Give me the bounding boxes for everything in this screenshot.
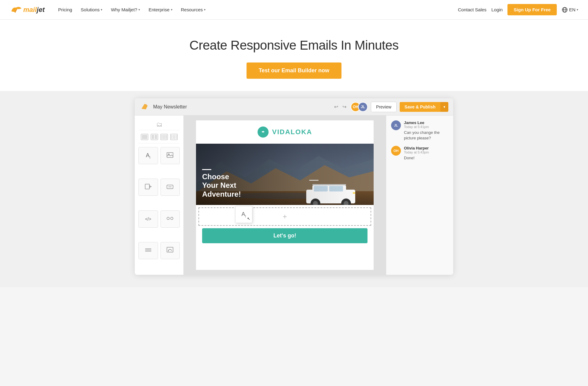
nav-solutions[interactable]: Solutions ▾ [77,5,106,15]
publish-button-group: Save & Publish ▾ [400,102,448,112]
svg-rect-5 [167,153,173,157]
signup-button[interactable]: Sign Up For Free [507,4,557,15]
divider-tool-icon [145,247,152,254]
svg-marker-8 [149,186,151,187]
svg-marker-3 [141,104,148,109]
navbar: mailjet Pricing Solutions ▾ Why Mailjet?… [0,0,588,20]
svg-point-17 [168,251,169,252]
builder-toolbar: May Newsletter ↩ ↪ OH JL Preview Save & … [135,98,453,115]
avatar-group: OH JL [351,102,368,112]
hero-cta-button[interactable]: Test our Email Builder now [247,62,342,79]
hero-title: Create Responsive Emails In Minutes [6,38,582,53]
email-hero-image: Choose Your Next Adventure! [196,144,374,205]
comment-panel: JL James Lee Today at 5:41pm Can you cha… [386,115,453,275]
comment-author-oh: Olivia Harper [404,146,429,150]
email-preview: VIDALOKA [196,120,374,270]
builder-section: May Newsletter ↩ ↪ OH JL Preview Save & … [0,91,588,287]
drag-text-icon: AI [242,211,246,218]
publish-dropdown-button[interactable]: ▾ [440,102,448,112]
lang-label: EN [569,7,575,12]
comment-content-jl: James Lee Today at 5:41pm Can you change… [404,120,448,141]
toolbar-title: May Newsletter [153,104,329,110]
comment-text-jl: Can you change the picture please? [404,130,448,141]
tool-social[interactable] [160,210,180,228]
enterprise-dropdown-arrow: ▾ [171,8,172,11]
html-tool-icon: </> [145,217,151,221]
comment-content-oh: Olivia Harper Today at 5:43pm Done! [404,146,429,161]
comment-text-oh: Done! [404,155,429,161]
redo-button[interactable]: ↪ [341,103,348,111]
publish-button[interactable]: Save & Publish [400,102,440,112]
tool-image[interactable] [160,147,180,164]
email-cta-button[interactable]: Let's go! [202,228,368,243]
email-text-placeholder[interactable]: + [198,207,371,226]
tool-divider[interactable] [138,242,158,259]
avatar-jl: JL [358,102,368,112]
undo-button[interactable]: ↩ [333,103,339,111]
logo[interactable]: mailjet [10,5,45,14]
solutions-dropdown-arrow: ▾ [101,8,102,11]
svg-rect-16 [167,247,173,252]
navbar-right: Contact Sales Login Sign Up For Free EN … [458,4,578,15]
tool-html[interactable]: </> [138,210,158,228]
tool-video[interactable] [138,179,158,196]
svg-point-12 [171,217,173,220]
sidebar-layout-row [138,134,180,143]
tool-button[interactable] [160,179,180,196]
email-brand-header: VIDALOKA [196,120,374,144]
builder-canvas: VIDALOKA [184,115,386,275]
nav-links: Pricing Solutions ▾ Why Mailjet? ▾ Enter… [55,5,458,15]
comment-avatar-oh: OH [391,146,401,156]
logo-text: mailjet [23,6,45,14]
tool-rss[interactable] [160,242,180,259]
brand-name: VIDALOKA [272,128,312,136]
login-link[interactable]: Login [492,7,503,12]
nav-why-mailjet[interactable]: Why Mailjet? ▾ [107,5,144,15]
hero-section: Create Responsive Emails In Minutes Test… [0,20,588,91]
svg-rect-7 [145,184,149,189]
image-tool-icon [167,152,173,159]
comment-time-oh: Today at 5:43pm [404,150,429,154]
button-tool-icon [167,184,173,191]
comment-author-jl: James Lee [404,120,448,125]
svg-point-11 [167,217,169,220]
preview-button[interactable]: Preview [371,102,397,112]
video-tool-icon [145,184,152,191]
layout-2col[interactable] [151,134,158,140]
nav-pricing[interactable]: Pricing [55,5,76,15]
globe-icon [562,7,568,13]
svg-point-19 [262,131,264,133]
undo-redo-group: ↩ ↪ [333,103,348,111]
comment-time-jl: Today at 5:41pm [404,125,448,129]
hero-image-text: Choose Your Next Adventure! [202,172,241,199]
layout-4col[interactable] [170,134,178,140]
vidaloka-logo-icon [258,127,269,138]
language-selector[interactable]: EN ▾ [562,7,578,13]
lang-dropdown-arrow: ▾ [577,8,578,11]
toolbar-logo [140,102,149,112]
resources-dropdown-arrow: ▾ [204,8,205,11]
sidebar-tools-grid: AI [138,147,180,271]
rss-tool-icon [167,247,173,254]
comment-avatar-jl: JL [391,120,401,130]
layout-3col[interactable] [160,134,168,140]
why-dropdown-arrow: ▾ [138,8,140,11]
builder-sidebar: 🗂 [135,115,184,275]
hero-image-line [202,169,211,170]
social-tool-icon [167,216,173,222]
folder-icon[interactable]: 🗂 [156,121,162,128]
nav-enterprise[interactable]: Enterprise ▾ [145,5,176,15]
cursor-icon: ↖ [247,217,250,221]
toolbar-actions: ↩ ↪ OH JL Preview Save & Publish ▾ [333,102,448,112]
layout-1col[interactable] [141,134,148,140]
text-tool-icon: AI [146,152,150,159]
builder-body: 🗂 [135,115,453,275]
nav-resources[interactable]: Resources ▾ [177,5,209,15]
builder-wrapper: May Newsletter ↩ ↪ OH JL Preview Save & … [135,98,453,275]
tool-text[interactable]: AI [138,147,158,164]
comment-item-jl: JL James Lee Today at 5:41pm Can you cha… [391,120,448,141]
add-block-icon: + [283,212,287,221]
contact-sales-link[interactable]: Contact Sales [458,7,486,12]
dragging-text-tool[interactable]: AI ↖ [235,206,252,223]
hero-image-overlay: Choose Your Next Adventure! [196,144,374,205]
